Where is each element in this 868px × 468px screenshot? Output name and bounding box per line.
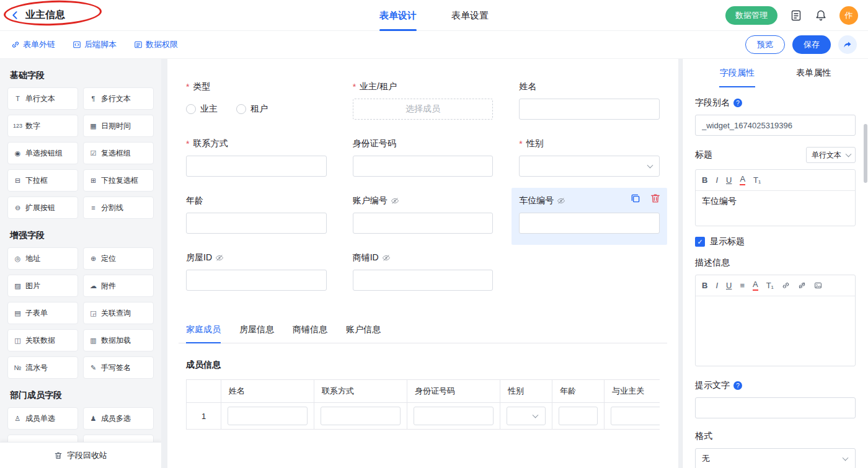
remove-link-icon[interactable]	[798, 281, 806, 289]
subform-gender-select[interactable]	[507, 407, 546, 425]
tab-account-info[interactable]: 账户信息	[346, 318, 381, 343]
sidebar-item-linked-data[interactable]: ◫关联数据	[7, 329, 78, 351]
italic-icon[interactable]: I	[715, 281, 718, 290]
field-house-id[interactable]: 房屋ID	[179, 245, 334, 302]
account-input[interactable]	[353, 213, 494, 234]
tab-shop-info[interactable]: 商铺信息	[293, 318, 327, 343]
sidebar-item-attachment[interactable]: ☁附件	[83, 275, 154, 297]
sidebar-item-datetime[interactable]: ▦日期时间	[83, 115, 154, 137]
tab-form-settings[interactable]: 表单设置	[451, 0, 489, 31]
font-size-icon[interactable]: T₁	[753, 175, 761, 185]
italic-icon[interactable]: I	[715, 175, 718, 185]
field-type-select[interactable]: 单行文本	[806, 147, 856, 163]
shop-id-input[interactable]	[353, 270, 494, 291]
field-alias-input[interactable]	[695, 115, 856, 136]
sidebar-item-divider[interactable]: ≡分割线	[83, 196, 154, 219]
sidebar-item-multi-line-text[interactable]: ¶多行文本	[83, 87, 154, 110]
help-icon[interactable]: ?	[733, 99, 742, 107]
tab-form-design[interactable]: 表单设计	[379, 0, 417, 31]
font-color-icon[interactable]: A	[740, 175, 745, 185]
house-id-input[interactable]	[186, 270, 327, 291]
field-recycle-bin[interactable]: 字段回收站	[0, 442, 161, 468]
parking-input[interactable]	[519, 213, 660, 234]
insert-image-icon[interactable]	[814, 281, 822, 289]
sidebar-item-linked-query[interactable]: ◲关联查询	[83, 302, 154, 324]
name-input[interactable]	[519, 99, 660, 120]
preview-button[interactable]: 预览	[745, 35, 785, 54]
delete-field-icon[interactable]	[650, 193, 661, 204]
sidebar-item-member-multi[interactable]: ♟成员多选	[83, 407, 154, 430]
radio-owner[interactable]: 业主	[186, 104, 218, 115]
bold-icon[interactable]: B	[702, 175, 707, 185]
sidebar-item-label: 手写签名	[101, 363, 131, 373]
tab-field-properties[interactable]: 字段属性	[699, 59, 776, 87]
sidebar-item-member-single[interactable]: ♙成员单选	[7, 407, 78, 430]
description-editor-body[interactable]	[696, 296, 855, 366]
field-type[interactable]: *类型 业主 租户	[179, 74, 334, 131]
field-owner[interactable]: *业主/租户 选择成员	[345, 74, 501, 131]
help-icon[interactable]: ?	[733, 381, 742, 390]
bell-icon[interactable]	[815, 9, 827, 22]
field-age[interactable]: 年龄	[179, 188, 334, 245]
avatar[interactable]: 作	[839, 6, 858, 25]
font-color-icon[interactable]: A	[753, 280, 758, 290]
field-parking[interactable]: 车位编号	[512, 188, 667, 245]
sidebar-item-data-load[interactable]: ▥数据加载	[83, 329, 154, 351]
save-button[interactable]: 保存	[792, 35, 831, 54]
field-account[interactable]: 账户编号	[345, 188, 501, 245]
sidebar-item-select[interactable]: ⊟下拉框	[7, 169, 78, 192]
share-button[interactable]	[838, 35, 857, 54]
format-select[interactable]: 无	[695, 448, 856, 468]
hint-input[interactable]	[695, 397, 856, 418]
field-gender[interactable]: *性别	[512, 131, 667, 188]
member-picker[interactable]: 选择成员	[353, 99, 494, 120]
idcard-input[interactable]	[353, 156, 494, 177]
bold-icon[interactable]: B	[702, 281, 707, 290]
sidebar-item-image[interactable]: ▨图片	[7, 275, 78, 297]
sidebar-scroll[interactable]: 基础字段 T单行文本 ¶多行文本 123数字 ▦日期时间 ◉单选按钮组 ☑复选框…	[0, 59, 161, 442]
log-icon[interactable]	[790, 9, 802, 22]
panel-scrollbar[interactable]	[864, 124, 867, 183]
backend-script-link[interactable]: 后端脚本	[73, 39, 117, 50]
sidebar-item-subform[interactable]: ▤子表单	[7, 302, 78, 324]
tab-family-members[interactable]: 家庭成员	[186, 318, 221, 343]
sidebar-item-number[interactable]: 123数字	[7, 115, 78, 137]
form-canvas[interactable]: *类型 业主 租户 *业主/租户 选择成员 姓名 *联系方式	[167, 59, 678, 468]
field-idcard[interactable]: 身份证号码	[345, 131, 501, 188]
underline-icon[interactable]: U	[726, 281, 732, 290]
back-icon[interactable]	[10, 10, 20, 20]
sidebar-item-checkbox-group[interactable]: ☑复选框组	[83, 142, 154, 164]
sidebar-item-serial-number[interactable]: №流水号	[7, 356, 78, 379]
sidebar-item-radio-group[interactable]: ◉单选按钮组	[7, 142, 78, 164]
insert-link-icon[interactable]	[782, 281, 790, 289]
field-contact[interactable]: *联系方式	[179, 131, 334, 188]
age-input[interactable]	[186, 213, 327, 234]
underline-icon[interactable]: U	[726, 175, 732, 185]
field-shop-id[interactable]: 商铺ID	[345, 245, 501, 302]
sidebar-item-location[interactable]: ⊕定位	[83, 247, 154, 270]
sidebar-item-multi-select[interactable]: ⊞下拉复选框	[83, 169, 154, 192]
subform-contact-input[interactable]	[321, 407, 401, 425]
subform-name-input[interactable]	[228, 407, 308, 425]
tab-form-properties[interactable]: 表单属性	[776, 59, 852, 87]
sidebar-item-address[interactable]: ◎地址	[7, 247, 78, 270]
tab-house-info[interactable]: 房屋信息	[239, 318, 274, 343]
sidebar-item-signature[interactable]: ✎手写签名	[83, 356, 154, 379]
sidebar-item-single-line-text[interactable]: T单行文本	[7, 87, 78, 110]
copy-field-icon[interactable]	[630, 193, 641, 204]
title-editor-body[interactable]: 车位编号	[696, 191, 855, 226]
gender-select[interactable]	[519, 156, 660, 177]
subform-idcard-input[interactable]	[414, 407, 494, 425]
sidebar-item-extend-button[interactable]: ⊖扩展按钮	[7, 196, 78, 219]
font-size-icon[interactable]: T₁	[766, 281, 774, 290]
form-external-link[interactable]: 表单外链	[11, 39, 55, 50]
data-permission-link[interactable]: 数据权限	[134, 39, 178, 50]
show-title-checkbox[interactable]: ✓	[695, 237, 705, 247]
align-icon[interactable]: ≡	[740, 281, 745, 290]
radio-tenant[interactable]: 租户	[236, 104, 268, 115]
data-manage-button[interactable]: 数据管理	[725, 6, 777, 25]
field-name[interactable]: 姓名	[512, 74, 667, 131]
contact-input[interactable]	[186, 156, 327, 177]
subform-age-input[interactable]	[559, 407, 598, 425]
subform-relation-input[interactable]	[611, 407, 660, 425]
